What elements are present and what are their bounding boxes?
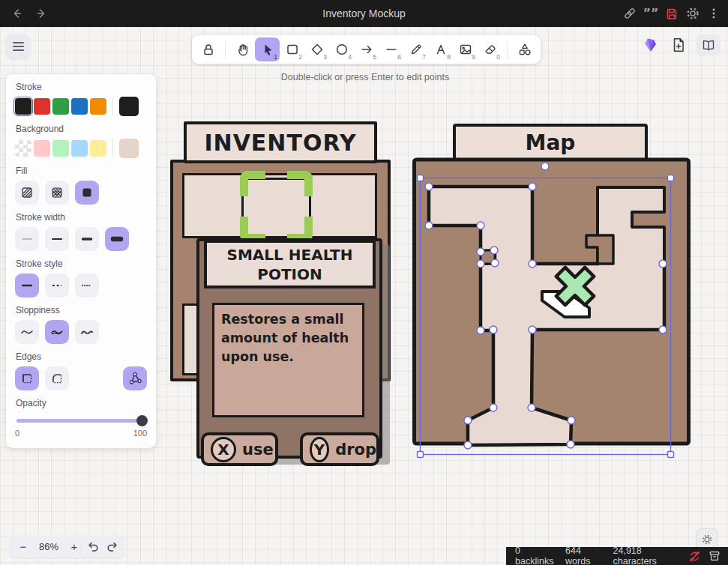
reading-mode-button[interactable] [697, 34, 721, 55]
resize-handle-se[interactable] [668, 452, 674, 458]
use-button[interactable]: X use [201, 432, 278, 466]
tool-diamond[interactable]: 3 [304, 37, 329, 61]
background-swatch-yellow[interactable] [90, 140, 106, 157]
stroke-width-bold-button[interactable] [45, 227, 69, 251]
sloppiness-cartoonist-button[interactable] [75, 320, 99, 344]
background-current-color[interactable] [119, 139, 139, 158]
stroke-swatch-orange[interactable] [90, 98, 106, 115]
tool-line[interactable]: 6 [379, 37, 403, 61]
fill-hachure-button[interactable] [15, 181, 39, 205]
menu-button[interactable] [6, 34, 30, 58]
solid-fill-icon [79, 185, 94, 200]
fill-solid-button[interactable] [75, 181, 99, 205]
zoom-controls: − 86% + [10, 535, 87, 558]
background-section-label: Background [16, 124, 147, 134]
stroke-swatch-black[interactable] [15, 98, 31, 115]
drop-label: drop [335, 441, 376, 459]
stroke-style-dashed-button[interactable] [45, 274, 69, 297]
quote-button[interactable]: ”” [643, 5, 659, 22]
quote-icon: ”” [644, 7, 658, 20]
stroke-swatch-green[interactable] [52, 98, 69, 115]
stroke-width-section-label: Stroke width [16, 212, 147, 223]
save-button[interactable] [664, 5, 680, 22]
text-icon [433, 42, 448, 57]
slot-selector-bracket-top-left [240, 171, 265, 196]
stroke-style-dotted-button[interactable] [75, 274, 99, 297]
resize-handle-ne[interactable] [668, 175, 674, 181]
image-icon [458, 42, 473, 57]
save-icon [665, 7, 679, 20]
item-description: Restores a small amount of health upon u… [221, 310, 358, 366]
pencil-icon [409, 42, 424, 57]
new-file-button[interactable] [668, 34, 689, 55]
tool-image[interactable]: 9 [453, 37, 478, 61]
undo-button[interactable] [83, 537, 103, 556]
link-button[interactable] [622, 5, 638, 22]
drop-button[interactable]: Y drop [300, 432, 379, 466]
background-swatch-green[interactable] [52, 140, 69, 157]
slot-selector-bracket-top-right [287, 171, 313, 196]
tool-ellipse[interactable]: 4 [329, 37, 354, 61]
settings-button[interactable] [685, 5, 701, 22]
dotted-stroke-icon [79, 278, 94, 293]
word-count: 644 words [565, 546, 603, 565]
stroke-swatch-red[interactable] [34, 98, 50, 115]
opacity-slider[interactable] [16, 419, 145, 423]
edges-sharp-button[interactable] [15, 366, 39, 390]
map-mockup[interactable]: Map [405, 120, 699, 471]
link-icon [623, 7, 637, 20]
use-key-badge: X [211, 437, 236, 462]
tool-selection[interactable]: 1 [255, 37, 280, 61]
dashed-stroke-icon [49, 278, 64, 293]
stroke-width-thin-button[interactable] [15, 227, 39, 251]
item-name-banner[interactable]: SMALL HEALTH POTION [204, 240, 376, 288]
drawing-canvas[interactable]: 1 2 3 4 5 [0, 27, 728, 565]
sync-disabled-icon[interactable] [688, 550, 701, 563]
tool-eraser[interactable]: 0 [478, 37, 502, 61]
diamond-icon [310, 42, 325, 57]
background-swatch-blue[interactable] [71, 140, 88, 157]
tool-arrow[interactable]: 5 [354, 37, 379, 61]
fill-crosshatch-button[interactable] [45, 181, 69, 205]
stroke-current-color[interactable] [119, 97, 139, 116]
opacity-max-label: 100 [133, 429, 147, 438]
gear-small-icon [702, 534, 712, 545]
sloppiness-artist-button[interactable] [45, 320, 69, 344]
tool-draw[interactable]: 7 [403, 37, 428, 61]
tool-more-shapes[interactable] [512, 37, 537, 61]
redo-icon [106, 540, 119, 553]
inventory-title-banner[interactable]: INVENTORY [184, 121, 377, 163]
round-edges-icon [49, 371, 64, 386]
opacity-slider-thumb[interactable] [136, 415, 148, 426]
selection-cursor-icon [260, 42, 275, 57]
edit-line-button[interactable] [123, 366, 147, 390]
resize-handle-nw[interactable] [418, 175, 424, 181]
stroke-width-ultrabold-button[interactable] [105, 227, 129, 251]
more-options-button[interactable] [706, 5, 722, 22]
stroke-style-solid-button[interactable] [15, 274, 39, 297]
zoom-out-button[interactable]: − [13, 537, 33, 556]
tool-hand[interactable] [230, 37, 255, 61]
stroke-swatch-blue[interactable] [71, 98, 88, 115]
background-swatch-transparent[interactable] [15, 140, 31, 157]
crosshatch-icon [49, 185, 64, 200]
stroke-section-label: Stroke [16, 82, 147, 92]
opacity-section-label: Opacity [16, 398, 147, 408]
background-swatch-pink[interactable] [34, 140, 50, 157]
tool-text[interactable]: 8 [428, 37, 453, 61]
archive-box-icon[interactable] [709, 550, 721, 562]
undo-icon [86, 540, 100, 553]
rotation-handle[interactable] [541, 163, 549, 170]
zoom-level[interactable]: 86% [33, 541, 64, 552]
tool-rectangle[interactable]: 2 [280, 37, 304, 61]
item-description-panel[interactable]: Restores a small amount of health upon u… [212, 303, 364, 417]
edges-round-button[interactable] [45, 366, 69, 390]
obsidian-button[interactable] [640, 34, 661, 55]
resize-handle-sw[interactable] [418, 452, 424, 458]
sloppiness-architect-button[interactable] [15, 320, 39, 344]
svg-text:””: ”” [644, 7, 658, 20]
redo-button[interactable] [103, 537, 122, 556]
tool-lock[interactable] [196, 37, 220, 61]
stroke-width-extrabold-button[interactable] [75, 227, 99, 251]
backlinks-count[interactable]: 0 backlinks [515, 546, 556, 565]
